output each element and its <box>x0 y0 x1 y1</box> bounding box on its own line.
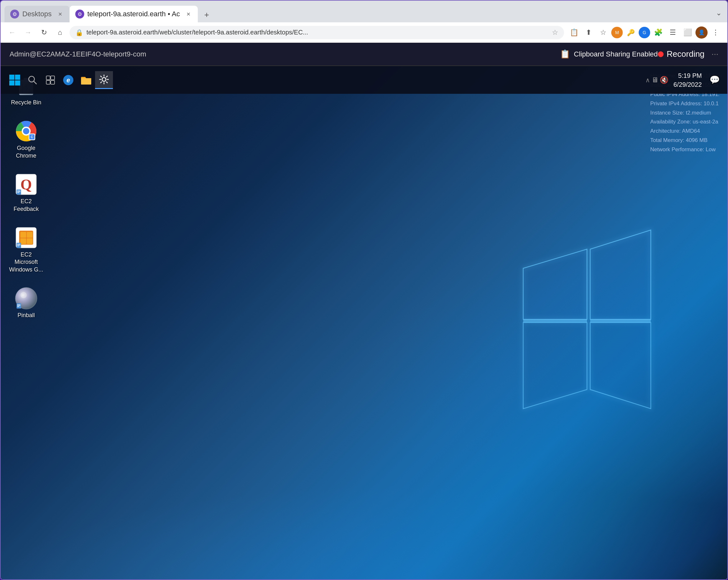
tab-label-desktops: Desktops <box>22 10 52 18</box>
svg-point-50 <box>102 78 106 81</box>
tab-icon-teleport: ⚙ <box>75 9 84 19</box>
browser-window: ⚙ Desktops ✕ ⚙ teleport-9a.asteroid.eart… <box>0 0 728 580</box>
availability-zone-info: Availability Zone: us-east-2a <box>650 117 722 127</box>
ext-icon-puzzle[interactable]: 🧩 <box>651 26 665 39</box>
ec2-windows-label: EC2 Microsoft Windows G... <box>9 251 43 273</box>
desktop-icon-pinball[interactable]: Pinball <box>7 285 45 321</box>
remote-desktop: Hostname: EC2AMAZ-1EEIF- Instance ID: i-… <box>1 66 727 579</box>
tab-close-desktops[interactable]: ✕ <box>57 10 64 18</box>
tab-close-teleport[interactable]: ✕ <box>185 10 192 18</box>
svg-rect-38 <box>9 75 15 80</box>
svg-rect-40 <box>9 80 15 85</box>
tab-label-teleport: teleport-9a.asteroid.earth • Ac <box>87 10 180 18</box>
tray-icons: ∧ 🖥 🔇 <box>645 76 668 84</box>
notification-center-button[interactable]: 💬 <box>707 73 722 87</box>
star-icon[interactable]: ☆ <box>597 26 610 39</box>
clipboard-label: Clipboard Sharing Enabled <box>574 50 658 58</box>
svg-point-33 <box>20 292 27 298</box>
svg-text:C: C <box>31 135 33 139</box>
svg-rect-34 <box>17 304 21 309</box>
address-text: teleport-9a.asteroid.earth/web/cluster/t… <box>86 29 549 36</box>
taskbar-folder-button[interactable] <box>77 71 95 89</box>
svg-rect-45 <box>51 76 55 80</box>
pinball-label: Pinball <box>18 312 35 319</box>
new-tab-button[interactable]: + <box>200 8 214 22</box>
tab-desktops[interactable]: ⚙ Desktops ✕ <box>4 6 70 22</box>
svg-rect-39 <box>15 75 20 80</box>
profile-avatar[interactable]: 👤 <box>696 26 708 38</box>
ec2-windows-icon <box>15 226 37 249</box>
admin-text: Admin@EC2AMAZ-1EEIF4O-teleport9-com <box>9 50 560 58</box>
time-display: 5:19 PM <box>673 71 702 80</box>
tab-icon-desktops: ⚙ <box>10 9 19 19</box>
network-performance-info: Network Performance: Low <box>650 145 722 154</box>
clipboard-indicator: 📋 Clipboard Sharing Enabled <box>560 49 658 59</box>
recycle-bin-label: Recycle Bin <box>11 99 41 106</box>
architecture-info: Architecture: AMD64 <box>650 127 722 136</box>
taskbar-search-button[interactable] <box>24 71 42 89</box>
task-view-button[interactable] <box>42 71 59 89</box>
start-button[interactable] <box>6 71 24 89</box>
date-display: 6/29/2022 <box>673 80 702 89</box>
tray-arrow-icon[interactable]: ∧ <box>645 76 650 84</box>
svg-text:Q: Q <box>20 177 32 193</box>
tab-teleport[interactable]: ⚙ teleport-9a.asteroid.earth • Ac ✕ <box>70 6 198 22</box>
win-desktop[interactable]: Hostname: EC2AMAZ-1EEIF- Instance ID: i-… <box>1 66 727 579</box>
svg-line-43 <box>34 81 36 84</box>
svg-rect-47 <box>51 80 55 84</box>
windows-logo <box>504 223 670 421</box>
address-bar[interactable]: 🔒 teleport-9a.asteroid.earth/web/cluster… <box>70 26 564 39</box>
taskbar-settings-button[interactable] <box>95 71 113 89</box>
ec2-feedback-icon: Q <box>15 173 37 196</box>
split-screen-icon[interactable]: ⬜ <box>681 26 694 39</box>
ext-icon-menu[interactable]: ☰ <box>666 26 679 39</box>
taskbar-ie-button[interactable]: e <box>59 71 77 89</box>
metamask-icon[interactable]: M <box>611 27 623 38</box>
tab-minimize-icon[interactable]: ⌄ <box>714 7 724 19</box>
desktop-icons: ♻ Recycle Bin <box>7 72 45 321</box>
google-chrome-label: Google Chrome <box>9 144 43 159</box>
ext-icon-1[interactable]: 🔑 <box>624 26 638 39</box>
recording-dot <box>658 51 664 57</box>
ec2-feedback-label: EC2 Feedback <box>9 198 43 213</box>
desktop-icon-google-chrome[interactable]: C Google Chrome <box>7 118 45 161</box>
svg-rect-44 <box>46 76 50 80</box>
svg-rect-16 <box>17 189 21 194</box>
bookmark-icon[interactable]: ☆ <box>552 28 558 37</box>
teleport-header: Admin@EC2AMAZ-1EEIF4O-teleport9-com 📋 Cl… <box>1 43 727 66</box>
desktop-icon-ec2-windows[interactable]: EC2 Microsoft Windows G... <box>7 224 45 275</box>
back-button[interactable]: ← <box>6 26 19 39</box>
taskbar-tray: ∧ 🖥 🔇 5:19 PM 6/29/2022 💬 <box>645 71 722 89</box>
volume-icon[interactable]: 🔇 <box>660 76 668 84</box>
home-button[interactable]: ⌂ <box>54 26 67 39</box>
svg-rect-24 <box>27 232 32 238</box>
svg-point-9 <box>23 128 29 134</box>
forward-button[interactable]: → <box>22 26 34 39</box>
ext-icon-2[interactable]: G <box>639 27 650 38</box>
taskbar: e <box>1 66 727 94</box>
svg-rect-41 <box>15 80 20 85</box>
total-memory-info: Total Memory: 4096 MB <box>650 136 722 145</box>
svg-rect-26 <box>27 238 32 244</box>
desktop-icon-ec2-feedback[interactable]: Q EC2 Feedback <box>7 171 45 215</box>
network-icon[interactable]: 🖥 <box>651 76 658 84</box>
taskbar-clock[interactable]: 5:19 PM 6/29/2022 <box>670 71 705 89</box>
share-icon[interactable]: ⬆ <box>582 26 595 39</box>
refresh-button[interactable]: ↻ <box>37 26 50 39</box>
svg-rect-46 <box>46 80 50 84</box>
clipboard-icon: 📋 <box>560 49 570 59</box>
svg-rect-23 <box>20 232 26 238</box>
nav-bar: ← → ↻ ⌂ 🔒 teleport-9a.asteroid.earth/web… <box>1 22 727 43</box>
private-ipv4-info: Private IPv4 Address: 10.0.1 <box>650 99 722 108</box>
more-options-icon[interactable]: ⋮ <box>709 26 722 39</box>
google-chrome-icon: C <box>15 120 37 142</box>
desktop-glow <box>1 484 727 579</box>
more-options-button[interactable]: ··· <box>711 49 719 59</box>
svg-rect-25 <box>20 238 26 244</box>
lock-icon: 🔒 <box>75 29 83 36</box>
nav-right-controls: 📋 ⬆ ☆ M 🔑 G 🧩 ☰ ⬜ 👤 ⋮ <box>567 26 722 39</box>
save-page-icon[interactable]: 📋 <box>567 26 581 39</box>
tab-controls: ⌄ <box>714 7 724 22</box>
tab-bar: ⚙ Desktops ✕ ⚙ teleport-9a.asteroid.eart… <box>1 1 727 22</box>
svg-rect-27 <box>17 243 21 248</box>
